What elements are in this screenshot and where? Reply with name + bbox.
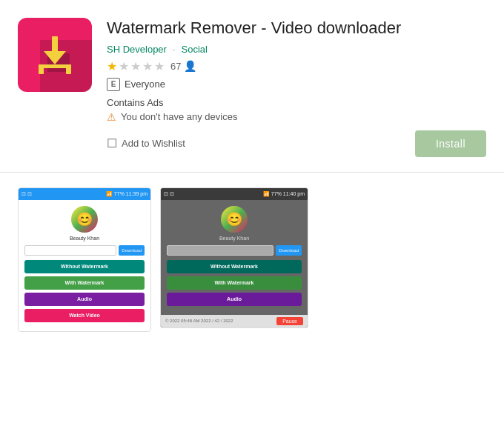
mock-phone-2: ⊡ ⊡ 📶 77% 11:40 pm 😊 Beauty Khan Downloa… (161, 188, 308, 327)
watch-video-btn-1: Watch Video (24, 309, 145, 322)
rating-row: ★ ★ ★ ★ ★ 67 👤 (107, 59, 486, 73)
wishlist-button[interactable]: ☐ Add to Wishlist (107, 136, 185, 150)
stars-container: ★ ★ ★ ★ ★ 67 👤 (107, 59, 196, 73)
status-time-1: 📶 77% 11:39 pm (106, 191, 147, 197)
status-icons-2: ⊡ ⊡ (164, 191, 174, 197)
svg-rect-4 (39, 64, 44, 74)
profile-name-2: Beauty Khan (219, 236, 249, 241)
user-rating-icon: 👤 (184, 60, 196, 72)
star-4: ★ (142, 59, 153, 73)
profile-avatar-1: 😊 (71, 206, 98, 233)
star-5: ★ (154, 59, 165, 73)
profile-area-2: 😊 Beauty Khan (167, 206, 302, 241)
phone-body-1: 😊 Beauty Khan Download Without Watermark… (19, 200, 150, 331)
url-input-2 (167, 245, 273, 256)
star-2: ★ (119, 59, 129, 73)
meta-separator: · (173, 44, 176, 55)
content-rating-label: Everyone (125, 79, 165, 90)
status-bar-2: ⊡ ⊡ 📶 77% 11:40 pm (161, 188, 308, 200)
app-meta-row: SH Developer · Social (107, 44, 486, 55)
wishlist-icon: ☐ (107, 136, 117, 150)
rating-count: 67 (170, 61, 181, 72)
status-time-2: 📶 77% 11:40 pm (263, 191, 305, 197)
status-bar-1: ⊡ ⊡ 📶 77% 11:39 pm (19, 188, 150, 200)
content-rating-row: E Everyone (107, 78, 486, 91)
screenshot-2: ⊡ ⊡ 📶 77% 11:40 pm 😊 Beauty Khan Downloa… (160, 187, 308, 328)
screenshot-1: ⊡ ⊡ 📶 77% 11:39 pm 😊 Beauty Khan Downloa… (18, 187, 151, 332)
app-icon (18, 18, 92, 92)
pause-button[interactable]: Pause (276, 317, 303, 325)
url-input-1 (24, 245, 116, 256)
status-icons-1: ⊡ ⊡ (21, 191, 32, 197)
download-btn-1: Download (119, 245, 145, 256)
star-3: ★ (130, 59, 141, 73)
download-btn-2: Download (276, 245, 302, 256)
install-button[interactable]: Install (415, 130, 486, 157)
app-title: Watermark Remover - Video downloader (107, 18, 486, 39)
svg-rect-5 (66, 64, 71, 74)
star-1: ★ (107, 59, 117, 73)
screenshots-section: ⊡ ⊡ 📶 77% 11:39 pm 😊 Beauty Khan Downloa… (0, 176, 504, 344)
profile-avatar-2: 😊 (221, 206, 248, 233)
url-input-row-2: Download (167, 245, 302, 256)
profile-name-1: Beauty Khan (70, 236, 99, 241)
download-icon (33, 35, 77, 76)
content-rating-badge: E (107, 78, 120, 91)
audio-btn-2: Audio (167, 293, 302, 306)
url-input-row-1: Download (24, 245, 145, 256)
without-watermark-btn-1: Without Watermark (24, 260, 145, 273)
warning-text: You don't have any devices (121, 111, 237, 122)
phone-body-2: 😊 Beauty Khan Download Without Watermark… (161, 200, 308, 315)
svg-rect-1 (52, 36, 58, 53)
screenshot-footer: © 2022 05:48 AM 2022 / 42 / 2022 Pause (161, 315, 308, 327)
profile-area-1: 😊 Beauty Khan (24, 206, 145, 241)
app-info: Watermark Remover - Video downloader SH … (107, 18, 486, 157)
contains-ads: Contains Ads (107, 97, 486, 108)
wishlist-label: Add to Wishlist (122, 138, 185, 149)
app-header: Watermark Remover - Video downloader SH … (0, 0, 504, 169)
without-watermark-btn-2: Without Watermark (167, 260, 302, 273)
device-warning: ⚠ You don't have any devices (107, 111, 486, 123)
category-link[interactable]: Social (182, 44, 208, 55)
divider (0, 172, 504, 173)
action-row: ☐ Add to Wishlist Install (107, 130, 486, 157)
mock-phone-1: ⊡ ⊡ 📶 77% 11:39 pm 😊 Beauty Khan Downloa… (19, 188, 150, 331)
audio-btn-1: Audio (24, 293, 145, 306)
screenshots-container: ⊡ ⊡ 📶 77% 11:39 pm 😊 Beauty Khan Downloa… (18, 187, 486, 332)
with-watermark-btn-1: With Watermark (24, 276, 145, 290)
footer-text: © 2022 05:48 AM 2022 / 42 / 2022 (165, 319, 233, 323)
developer-link[interactable]: SH Developer (107, 44, 167, 55)
warning-icon: ⚠ (107, 111, 116, 123)
with-watermark-btn-2: With Watermark (167, 276, 302, 290)
